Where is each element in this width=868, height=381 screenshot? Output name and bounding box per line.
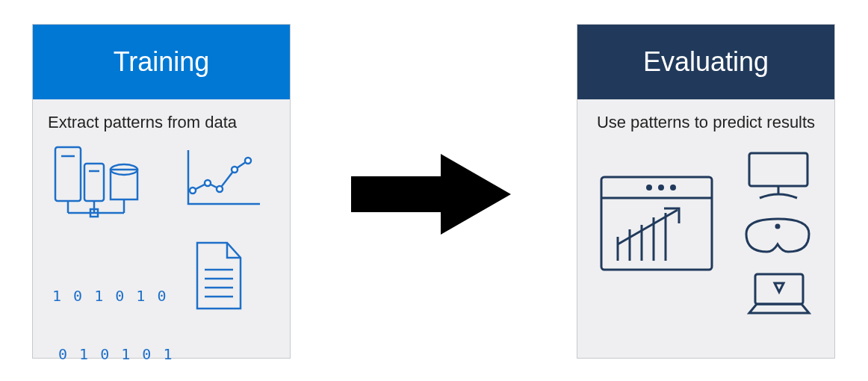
training-card: Training Extract patterns from data (32, 24, 291, 359)
training-description: Extract patterns from data (48, 113, 275, 132)
svg-point-12 (217, 186, 223, 192)
svg-point-10 (190, 188, 196, 193)
monitor-icon (745, 150, 812, 202)
svg-rect-30 (749, 153, 807, 186)
evaluating-body: Use patterns to predict results (577, 99, 834, 344)
server-database-icon (48, 143, 152, 225)
binary-data-icon: 1 0 1 0 1 0 0 1 0 1 0 1 1 0 1 0 1 0 (52, 247, 173, 381)
laptop-icon (742, 270, 816, 322)
line-chart-icon (182, 147, 264, 214)
training-title: Training (33, 25, 290, 99)
dashboard-window-icon (597, 173, 716, 277)
svg-point-24 (672, 186, 675, 190)
svg-point-32 (776, 225, 779, 228)
document-icon (190, 240, 249, 315)
binary-line-1: 0 1 0 1 0 1 (52, 344, 173, 364)
evaluating-description: Use patterns to predict results (592, 113, 819, 132)
evaluating-icons (592, 143, 819, 337)
binary-line-0: 1 0 1 0 1 0 (52, 286, 173, 306)
svg-point-13 (232, 167, 238, 173)
arrow-icon (351, 149, 515, 239)
svg-point-11 (205, 180, 211, 186)
training-icons: 1 0 1 0 1 0 0 1 0 1 0 1 1 0 1 0 1 0 (48, 143, 275, 337)
svg-point-14 (245, 158, 251, 164)
evaluating-card: Evaluating Use patterns to predict resul… (577, 24, 835, 359)
svg-rect-2 (84, 164, 104, 201)
svg-point-22 (648, 186, 651, 190)
training-body: Extract patterns from data (33, 99, 290, 344)
headset-icon (740, 214, 815, 259)
svg-rect-33 (755, 274, 803, 304)
svg-marker-19 (351, 154, 511, 235)
evaluating-title: Evaluating (577, 25, 834, 99)
svg-point-23 (660, 186, 663, 190)
